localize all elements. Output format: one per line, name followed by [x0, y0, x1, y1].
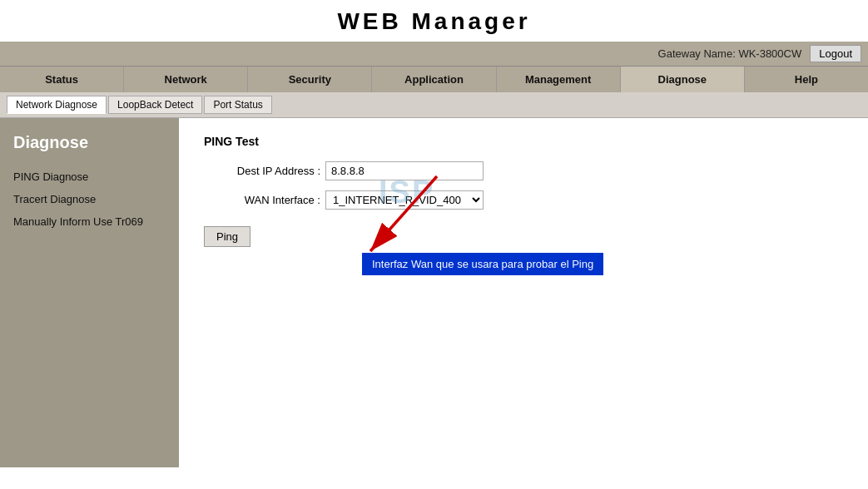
sidebar-item-tr069[interactable]: Manually Inform Use Tr069	[0, 210, 179, 233]
wan-interface-select[interactable]: 1_INTERNET_R_VID_400	[325, 190, 484, 210]
dest-ip-row: Dest IP Address :	[204, 161, 843, 180]
sidebar-item-ping[interactable]: PING Diagnose	[0, 165, 179, 188]
logout-button[interactable]: Logout	[810, 45, 861, 62]
nav-help[interactable]: Help	[745, 67, 868, 92]
nav-bar: Status Network Security Application Mana…	[0, 66, 868, 92]
subnav-port-status[interactable]: Port Status	[204, 96, 271, 114]
sidebar-title: Diagnose	[0, 126, 179, 165]
nav-security[interactable]: Security	[248, 67, 372, 92]
sub-nav: Network Diagnose LoopBack Detect Port St…	[0, 92, 868, 118]
subnav-loopback-detect[interactable]: LoopBack Detect	[108, 96, 202, 114]
main-layout: Diagnose PING Diagnose Tracert Diagnose …	[0, 118, 868, 467]
section-title: PING Test	[204, 135, 843, 148]
ping-button-row: Ping	[204, 220, 843, 247]
sidebar: Diagnose PING Diagnose Tracert Diagnose …	[0, 118, 179, 467]
nav-application[interactable]: Application	[372, 67, 496, 92]
gateway-name: Gateway Name: WK-3800CW	[658, 47, 802, 60]
wan-interface-label: WAN Interface :	[204, 194, 320, 206]
page-title: WEB Manager	[0, 0, 868, 42]
dest-ip-input[interactable]	[325, 161, 484, 180]
dest-ip-label: Dest IP Address :	[204, 165, 320, 177]
wan-interface-row: WAN Interface : 1_INTERNET_R_VID_400	[204, 190, 843, 210]
sidebar-item-tracert[interactable]: Tracert Diagnose	[0, 188, 179, 210]
nav-status[interactable]: Status	[0, 67, 124, 92]
ping-button[interactable]: Ping	[204, 226, 250, 247]
top-bar: Gateway Name: WK-3800CW Logout	[0, 42, 868, 66]
content-area: PING Test Dest IP Address : WAN Interfac…	[179, 118, 868, 467]
nav-diagnose[interactable]: Diagnose	[621, 67, 745, 92]
subnav-network-diagnose[interactable]: Network Diagnose	[7, 96, 107, 114]
nav-network[interactable]: Network	[124, 67, 248, 92]
tooltip-box: Interfaz Wan que se usara para probar el…	[362, 253, 603, 275]
nav-management[interactable]: Management	[497, 67, 621, 92]
